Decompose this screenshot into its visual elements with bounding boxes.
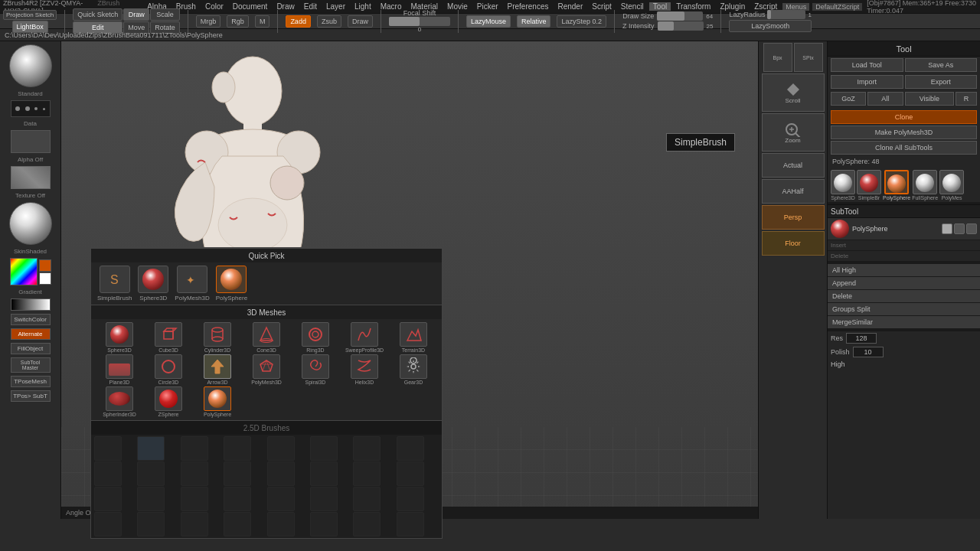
z-intensity-slider[interactable]: Z Intensity 25: [622, 21, 713, 31]
menu-preferences[interactable]: Preferences: [504, 2, 553, 11]
projection-sketch-btn[interactable]: Projection Sketch: [3, 10, 57, 20]
menu-layer[interactable]: Layer: [322, 2, 349, 11]
menu-light[interactable]: Light: [351, 2, 375, 11]
qp-polymesh3d[interactable]: ✦ PolyMesh3D: [175, 266, 209, 302]
brush25-item[interactable]: [267, 487, 295, 511]
brush25-item[interactable]: [224, 436, 251, 461]
mesh-sphere3d[interactable]: Sphere3D: [96, 322, 143, 353]
bpx-btn[interactable]: Bpx: [763, 43, 792, 72]
subtool-toggle-2[interactable]: [954, 223, 965, 234]
goz-btn[interactable]: GoZ: [831, 92, 866, 106]
actual-btn[interactable]: Actual: [762, 153, 825, 178]
menu-color[interactable]: Color: [201, 2, 227, 11]
thumb-sphere3d[interactable]: Sphere3D: [831, 170, 855, 201]
brush25-item[interactable]: [137, 461, 165, 486]
quick-sketch-btn[interactable]: Quick Sketch: [73, 8, 122, 21]
brush25-item[interactable]: [310, 461, 338, 486]
default-zscript-btn[interactable]: DefaultZScript: [812, 3, 862, 11]
mesh-cylinder3d[interactable]: Cylinder3D: [194, 322, 241, 353]
rgb-btn[interactable]: Rgb: [227, 15, 249, 28]
qp-simplebrush[interactable]: S SimpleBrush: [97, 266, 132, 302]
color-picker[interactable]: [10, 258, 51, 285]
switch-color-btn[interactable]: SwitchColor: [11, 314, 51, 325]
relative-btn[interactable]: Relative: [517, 15, 551, 28]
thumb-polymes[interactable]: PolyMes: [939, 170, 964, 201]
menu-document[interactable]: Document: [229, 2, 272, 11]
color-secondary[interactable]: [39, 272, 51, 285]
tpose-sub-btn[interactable]: TPos> SubT: [11, 390, 51, 402]
append-btn[interactable]: Append: [828, 277, 980, 290]
mesh-sweep3d[interactable]: SweepProfile3D: [341, 322, 388, 353]
mesh-terrain3d[interactable]: Terrain3D: [390, 322, 437, 353]
brush25-item[interactable]: [137, 512, 165, 536]
all-high-btn[interactable]: All High: [828, 264, 980, 277]
brush25-item[interactable]: [181, 436, 208, 461]
color-primary[interactable]: [39, 259, 51, 272]
mesh-circle3d[interactable]: Circle3D: [145, 354, 192, 385]
menu-tool[interactable]: Tool: [649, 2, 671, 11]
draw-size-slider[interactable]: Draw Size 64: [622, 11, 713, 21]
lazy-smooth-btn[interactable]: LazySmooth: [729, 20, 811, 32]
aahalf-btn[interactable]: AAHalf: [762, 179, 825, 204]
zoom-btn[interactable]: Zoom: [762, 113, 825, 152]
r-btn[interactable]: R: [956, 92, 977, 106]
floor-btn[interactable]: Floor: [762, 231, 825, 256]
scale-btn[interactable]: Scale: [150, 8, 180, 21]
mesh-cube3d[interactable]: Cube3D: [145, 322, 192, 353]
menu-stencil[interactable]: Stencil: [617, 2, 648, 11]
fill-object-btn[interactable]: FillObject: [11, 343, 51, 354]
make-poly-btn[interactable]: Make PolyMesh3D: [831, 126, 977, 139]
menu-edit[interactable]: Edit: [300, 2, 321, 11]
brush25-item[interactable]: [397, 512, 424, 536]
merge-similar-btn[interactable]: MergeSimilar: [828, 316, 980, 329]
brush25-item[interactable]: [224, 512, 251, 536]
menu-transform[interactable]: Transform: [672, 2, 714, 11]
brush25-item[interactable]: [94, 487, 122, 511]
brush25-item[interactable]: [353, 487, 381, 511]
subtool-master-btn[interactable]: SubToolMaster: [11, 357, 51, 373]
subtool-toggle-3[interactable]: [966, 223, 977, 234]
clone-btn[interactable]: Clone: [831, 110, 977, 124]
mesh-ring3d[interactable]: Ring3D: [292, 322, 339, 353]
brush25-item[interactable]: [310, 487, 338, 511]
draw-btn[interactable]: Draw: [123, 8, 149, 21]
color-wheel[interactable]: [10, 258, 38, 285]
res-val[interactable]: 128: [846, 333, 877, 344]
thumb-fullsphere[interactable]: FullSphere: [912, 170, 938, 201]
brush25-item[interactable]: [94, 461, 122, 486]
subtool-toggle-1[interactable]: [942, 223, 952, 234]
thumb-simplebrush[interactable]: SimpleBr: [857, 170, 881, 201]
brush25-item[interactable]: [267, 512, 295, 536]
brush25-item[interactable]: [181, 461, 208, 486]
focal-shift-slider[interactable]: Focal Shift 0: [389, 9, 450, 33]
menu-render[interactable]: Render: [554, 2, 586, 11]
mesh-plane3d[interactable]: Plane3D: [96, 354, 143, 385]
mesh-cone3d[interactable]: Cone3D: [243, 322, 290, 353]
scroll-btn[interactable]: Scroll: [762, 73, 825, 112]
mesh-arrow3d[interactable]: Arrow3D: [194, 354, 241, 385]
brush25-item[interactable]: [181, 512, 208, 536]
brush25-item[interactable]: [267, 436, 295, 461]
draw2-btn[interactable]: Draw: [348, 15, 373, 28]
lazy-mouse-btn[interactable]: LazyMouse: [466, 15, 511, 28]
lazy-step-btn[interactable]: LazyStep 0.2: [557, 15, 606, 28]
brush25-item[interactable]: [310, 436, 338, 461]
brush-preview[interactable]: [9, 44, 52, 87]
brush25-item[interactable]: [224, 487, 251, 511]
groups-split-btn[interactable]: Groups Split: [828, 303, 980, 316]
menu-script[interactable]: Script: [588, 2, 616, 11]
brush25-item[interactable]: [137, 436, 165, 461]
brush25-item[interactable]: [267, 461, 295, 486]
brush25-item[interactable]: [94, 512, 122, 536]
import-btn[interactable]: Import: [831, 75, 903, 89]
brush25-item[interactable]: [397, 436, 424, 461]
all-btn[interactable]: All: [867, 92, 903, 106]
brush25-item[interactable]: [137, 487, 165, 511]
zadd-btn[interactable]: Zadd: [286, 15, 311, 28]
zsub-btn[interactable]: Zsub: [317, 15, 341, 28]
color-gradient[interactable]: [11, 298, 51, 311]
export-btn[interactable]: Export: [905, 75, 978, 89]
subtool-item[interactable]: PolySphere: [828, 218, 980, 240]
material-preview[interactable]: [9, 202, 52, 245]
brush25-item[interactable]: [353, 461, 381, 486]
